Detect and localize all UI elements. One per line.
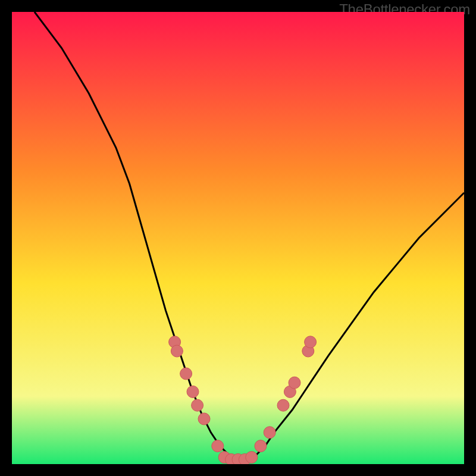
data-marker [198,413,210,425]
data-marker [264,427,275,439]
chart-plot [12,12,464,464]
data-marker [277,399,289,411]
data-marker [289,377,300,389]
outer-frame: TheBottlenecker.com [0,0,476,476]
data-marker [212,440,224,452]
data-marker [192,399,203,411]
data-marker [187,386,199,397]
data-marker [180,368,192,380]
data-marker [255,440,267,452]
data-marker [246,452,258,464]
data-marker [305,336,317,348]
data-marker [171,345,183,357]
